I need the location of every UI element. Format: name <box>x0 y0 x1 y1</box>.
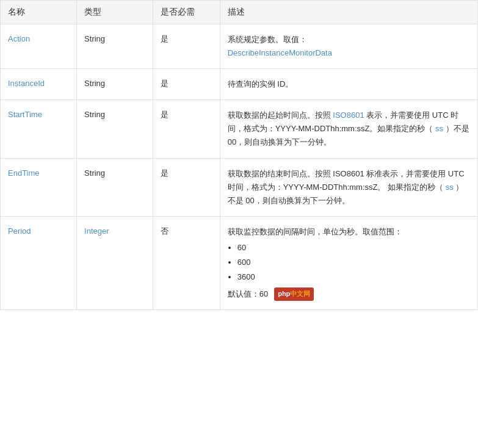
list-item: 60 <box>237 241 470 255</box>
row-type-action: String <box>77 24 153 69</box>
row-type-starttime: String <box>77 100 153 158</box>
table-row: Period Integer 否 获取监控数据的间隔时间，单位为秒。取值范围： … <box>1 216 478 309</box>
row-type-endtime: String <box>77 158 153 216</box>
row-required-period: 否 <box>153 216 220 309</box>
row-name-endtime: EndTime <box>1 158 77 216</box>
row-name-period: Period <box>1 216 77 309</box>
php-zh-text: 中文网 <box>290 289 310 300</box>
row-name-action: Action <box>1 24 77 69</box>
row-desc-starttime: 获取数据的起始时间点。按照 ISO8601 表示，并需要使用 UTC 时间，格式… <box>220 100 477 158</box>
header-description: 描述 <box>220 1 477 24</box>
row-required-starttime: 是 <box>153 100 220 158</box>
iso8601-link-start[interactable]: ISO8601 <box>333 110 364 120</box>
row-desc-period: 获取监控数据的间隔时间，单位为秒。取值范围： 60 600 3600 默认值：6… <box>220 216 477 309</box>
table-row: Action String 是 系统规定参数。取值： DescribeInsta… <box>1 24 478 69</box>
row-desc-endtime: 获取数据的结束时间点。按照 ISO8601 标准表示，并需要使用 UTC 时间，… <box>220 158 477 216</box>
period-bullet-list: 60 600 3600 <box>237 241 470 284</box>
integer-link[interactable]: Integer <box>84 226 109 236</box>
header-required: 是否必需 <box>153 1 220 24</box>
period-default-row: 默认值：60 php中文网 <box>228 287 470 301</box>
desc-link-action[interactable]: DescribeInstanceMonitorData <box>228 48 332 57</box>
ss-link-end[interactable]: ss <box>443 182 455 192</box>
header-name: 名称 <box>1 1 77 24</box>
row-required-instanceid: 是 <box>153 69 220 100</box>
row-type-instanceid: String <box>77 69 153 100</box>
endtime-link[interactable]: EndTime <box>8 168 40 178</box>
row-desc-instanceid: 待查询的实例 ID。 <box>220 69 477 100</box>
row-required-action: 是 <box>153 24 220 69</box>
ss-link-start[interactable]: ss <box>433 124 446 133</box>
row-required-endtime: 是 <box>153 158 220 216</box>
instanceid-link[interactable]: InstanceId <box>8 79 45 88</box>
header-type: 类型 <box>77 1 153 24</box>
table-row: EndTime String 是 获取数据的结束时间点。按照 ISO8601 标… <box>1 158 478 216</box>
row-type-period: Integer <box>77 216 153 309</box>
starttime-link[interactable]: StartTime <box>8 110 42 119</box>
period-default-text: 默认值：60 <box>228 288 268 301</box>
table-row: StartTime String 是 获取数据的起始时间点。按照 ISO8601… <box>1 100 478 158</box>
list-item: 600 <box>237 256 470 269</box>
row-name-instanceid: InstanceId <box>1 69 77 100</box>
list-item: 3600 <box>237 270 470 284</box>
row-name-starttime: StartTime <box>1 100 77 158</box>
table-row: InstanceId String 是 待查询的实例 ID。 <box>1 69 478 100</box>
row-desc-action: 系统规定参数。取值： DescribeInstanceMonitorData <box>220 24 477 69</box>
php-badge: php中文网 <box>274 287 314 301</box>
action-link[interactable]: Action <box>8 34 30 43</box>
php-text: php <box>278 289 290 300</box>
period-link[interactable]: Period <box>8 226 31 236</box>
